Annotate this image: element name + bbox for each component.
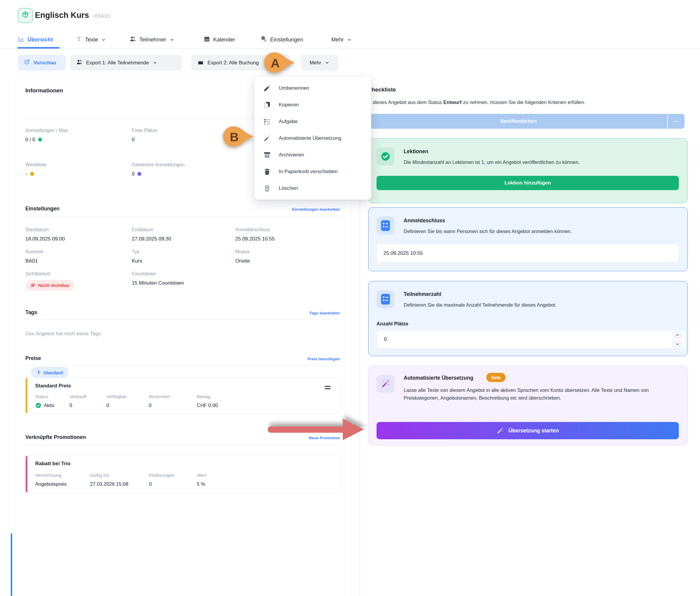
form-list-icon: [377, 290, 394, 308]
price-card-title: Standard Preis: [35, 383, 71, 389]
col-label: Reserviert: [149, 394, 170, 399]
stepper-up-button[interactable]: [672, 331, 683, 339]
stat-value: 0: [132, 171, 141, 177]
export1-label: Export 1: Alle Teilnehmende: [86, 60, 149, 66]
chevron-down-icon: [347, 37, 352, 42]
trash-icon: [263, 168, 271, 176]
tab-kalender[interactable]: Kalender: [204, 32, 235, 47]
preview-button[interactable]: Vorschau: [18, 55, 66, 71]
start-translation-button[interactable]: Übersetzung starten: [377, 422, 679, 439]
status-dot: [138, 172, 141, 176]
tab-mehr[interactable]: Mehr: [331, 32, 352, 47]
drag-handle[interactable]: [325, 386, 331, 389]
field-label: Typ: [132, 249, 140, 255]
marker-a: A: [264, 52, 295, 73]
field-label: Sichtbarkeit: [25, 271, 50, 277]
col-label: Einlösungen: [149, 473, 174, 478]
menu-item-automatisierte-uebersetzung[interactable]: Automatisierte Übersetzung: [254, 130, 371, 147]
tab-label: Einstellungen: [270, 36, 303, 43]
more-button[interactable]: Mehr: [301, 55, 339, 71]
stat-label: Freie Plätze: [132, 128, 157, 133]
menu-item-label: Umbenennen: [279, 85, 309, 91]
stat-value: -: [25, 171, 34, 177]
stepper-down-button[interactable]: [672, 340, 683, 348]
menu-item-label: Aufgabe: [279, 119, 298, 125]
marker-a-label: A: [271, 56, 280, 70]
settings-edit-link[interactable]: Einstellungen bearbeiten: [292, 207, 340, 212]
standard-pin-label: Standard: [44, 370, 63, 375]
seats-label: Anzahl Plätze: [377, 321, 408, 327]
col-label: Verrechnung: [35, 473, 61, 478]
menu-item-papierkorb[interactable]: In Papierkorb verschieben: [254, 163, 371, 180]
price-status: Aktiv: [35, 402, 54, 409]
settings-title: Einstellungen: [25, 206, 59, 212]
visibility-badge: Nicht Sichtbar: [25, 280, 74, 290]
chevron-down-icon: [101, 37, 106, 42]
stat-value: 0 / 0: [25, 137, 42, 143]
promotion-accent-bar: [26, 456, 27, 493]
tab-einstellungen[interactable]: Einstellungen: [260, 32, 303, 47]
col-label: Verfügbar: [106, 394, 126, 399]
lessons-card: Lektionen Die Mindestanzahl an Lektionen…: [368, 138, 688, 203]
field-value: Onsite: [235, 258, 250, 264]
col-value: Angebotspreis: [35, 481, 67, 487]
tab-label: Kalender: [213, 36, 235, 43]
field-value: Kurs: [132, 258, 142, 264]
tabs-bottom-border: [0, 48, 700, 49]
magic-wand-icon: [263, 134, 271, 142]
publish-button[interactable]: Veröffentlichen ...: [370, 114, 684, 129]
price-add-link[interactable]: Preis hinzufügen: [307, 357, 340, 361]
cube-icon: [22, 11, 29, 20]
field-label: Startdatum: [25, 227, 49, 232]
scroll-indicator[interactable]: [11, 534, 12, 596]
tab-teilnehmer[interactable]: Teilnehmer: [129, 32, 174, 47]
chevron-down-icon: [169, 37, 174, 42]
divider: [23, 217, 343, 217]
copy-icon: [263, 101, 271, 109]
eye-off-icon: [30, 283, 36, 288]
deadline-description: Definieren Sie bis wann Personen sich fü…: [404, 227, 672, 235]
col-value: 0: [149, 481, 152, 487]
stat-label: Gestartete Anmeldungen: [132, 162, 184, 167]
page-title: Englisch Kurs: [35, 11, 89, 20]
col-value: 0: [149, 403, 151, 408]
magic-wand-icon: [377, 375, 394, 393]
tab-label: Übersicht: [27, 36, 53, 43]
menu-item-kopieren[interactable]: Kopieren: [254, 97, 371, 113]
deadline-input[interactable]: 25.09.2025 10:55: [377, 244, 679, 262]
menu-item-loeschen[interactable]: Löschen: [254, 180, 371, 197]
stat-value: 0: [132, 137, 134, 143]
export2-label: Export 2: Alle Buchung: [207, 60, 259, 66]
menu-item-aufgabe[interactable]: Aufgabe: [254, 113, 371, 130]
field-value: BA01: [25, 258, 38, 264]
participants-card: Teilnehmerzahl Definieren Sie die maxima…: [368, 281, 688, 356]
col-label: Verkauft: [70, 394, 86, 399]
field-value: 18.09.2025 09:00: [25, 236, 65, 242]
menu-item-label: Kopieren: [279, 102, 299, 108]
publish-label: Veröffentlichen: [370, 118, 667, 124]
publish-more-button[interactable]: ...: [668, 117, 684, 126]
col-value: 0: [70, 403, 72, 408]
calendar-icon: [204, 36, 210, 44]
external-link-icon: [24, 59, 30, 67]
translation-card: Automatisierte Übersetzung beta Lasse al…: [368, 366, 688, 445]
participants-description: Definieren Sie die maximale Anzahl Teiln…: [404, 301, 672, 309]
pin-icon: [36, 370, 41, 375]
menu-item-label: Löschen: [279, 185, 298, 191]
annotation-arrow: [268, 417, 366, 443]
export1-button[interactable]: Export 1: Alle Teilnehmende: [70, 55, 182, 71]
add-lesson-button[interactable]: Lektion hinzufügen: [377, 176, 679, 190]
people-icon: [76, 59, 82, 67]
col-value: 5 %: [197, 481, 205, 487]
ticket-icon: [197, 59, 204, 66]
tab-uebersicht[interactable]: Übersicht: [18, 32, 53, 47]
menu-item-label: Archivieren: [279, 152, 304, 158]
menu-item-archivieren[interactable]: Archivieren: [254, 147, 371, 163]
field-label: Anmeldeschluss: [235, 227, 270, 232]
divider: [23, 365, 343, 366]
tags-edit-link[interactable]: Tags bearbeiten: [309, 311, 340, 315]
tab-texte[interactable]: Texte: [76, 32, 106, 47]
field-value: 15 Minuten Countdown: [132, 280, 184, 286]
seats-stepper[interactable]: 0: [377, 330, 685, 349]
menu-item-umbenennen[interactable]: Umbenennen: [254, 80, 371, 97]
